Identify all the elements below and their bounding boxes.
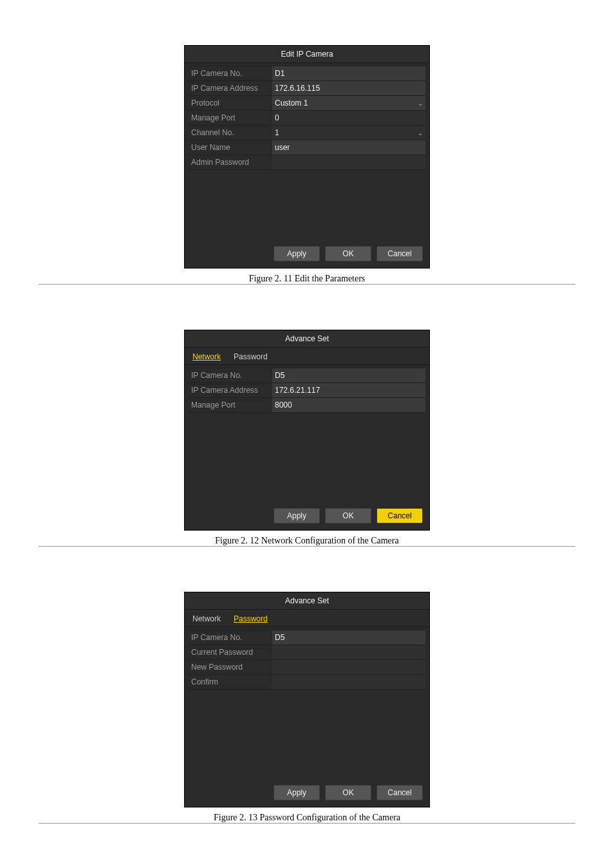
advance-set-password-dialog: Advance Set Network Password IP Camera N… — [184, 592, 430, 807]
edit-ip-camera-dialog: Edit IP Camera IP Camera No. D1 IP Camer… — [184, 45, 430, 269]
label: IP Camera Address — [189, 383, 272, 397]
form-area: IP Camera No. D1 IP Camera Address 172.6… — [185, 63, 429, 170]
tab-bar: Network Password — [185, 348, 429, 365]
tab-bar: Network Password — [185, 610, 429, 627]
protocol-value: Custom 1 — [275, 99, 308, 108]
figure-2-13: Advance Set Network Password IP Camera N… — [39, 592, 575, 824]
separator — [39, 284, 575, 285]
row-manage-port: Manage Port 8000 — [189, 397, 425, 413]
channel-no-select[interactable]: 1 ⌄ — [272, 126, 425, 140]
ip-camera-address-input[interactable]: 172.6.21.117 — [272, 383, 425, 397]
dialog-title: Edit IP Camera — [185, 46, 429, 63]
row-user-name: User Name user — [189, 140, 425, 155]
row-ip-camera-no: IP Camera No. D5 — [189, 368, 425, 382]
cancel-button[interactable]: Cancel — [377, 246, 423, 261]
row-manage-port: Manage Port 0 — [189, 110, 425, 125]
cancel-button[interactable]: Cancel — [377, 508, 423, 524]
label: Confirm — [189, 675, 272, 689]
row-ip-camera-no: IP Camera No. D1 — [189, 66, 425, 80]
figure-2-12: Advance Set Network Password IP Camera N… — [39, 330, 575, 547]
apply-button[interactable]: Apply — [274, 246, 320, 261]
manage-port-input[interactable]: 0 — [272, 111, 425, 125]
form-area: IP Camera No. D5 Current Password New Pa… — [185, 627, 429, 690]
spacer — [185, 413, 429, 503]
label: IP Camera No. — [189, 630, 272, 645]
ip-camera-no-input[interactable]: D5 — [272, 368, 425, 382]
spacer — [185, 170, 429, 241]
row-ip-camera-no: IP Camera No. D5 — [189, 630, 425, 645]
chevron-down-icon: ⌄ — [418, 100, 423, 107]
label: Channel No. — [189, 126, 272, 140]
ip-camera-no-input[interactable]: D5 — [272, 630, 425, 645]
row-current-password: Current Password — [189, 645, 425, 659]
cancel-button[interactable]: Cancel — [377, 785, 423, 800]
row-admin-password: Admin Password — [189, 155, 425, 170]
ok-button[interactable]: OK — [325, 246, 371, 261]
protocol-select[interactable]: Custom 1 ⌄ — [272, 96, 425, 110]
figure-caption: Figure 2. 11 Edit the Parameters — [39, 274, 575, 284]
apply-button[interactable]: Apply — [274, 508, 320, 524]
row-ip-camera-address: IP Camera Address 172.6.21.117 — [189, 382, 425, 397]
channel-no-value: 1 — [275, 128, 279, 137]
advance-set-network-dialog: Advance Set Network Password IP Camera N… — [184, 330, 430, 531]
row-new-password: New Password — [189, 659, 425, 674]
button-bar: Apply OK Cancel — [185, 780, 429, 807]
form-area: IP Camera No. D5 IP Camera Address 172.6… — [185, 365, 429, 413]
label: New Password — [189, 660, 272, 674]
user-name-input[interactable]: user — [272, 140, 425, 155]
row-protocol: Protocol Custom 1 ⌄ — [189, 95, 425, 110]
spacer — [185, 690, 429, 780]
dialog-title: Advance Set — [185, 592, 429, 610]
tab-network[interactable]: Network — [187, 611, 228, 627]
label: Manage Port — [189, 398, 272, 412]
manage-port-input[interactable]: 8000 — [272, 398, 425, 412]
ok-button[interactable]: OK — [325, 508, 371, 524]
label: IP Camera No. — [189, 66, 272, 80]
tab-password[interactable]: Password — [228, 349, 275, 364]
figure-caption: Figure 2. 13 Password Configuration of t… — [39, 813, 575, 823]
ok-button[interactable]: OK — [325, 785, 371, 800]
label: User Name — [189, 140, 272, 155]
figure-2-11: Edit IP Camera IP Camera No. D1 IP Camer… — [39, 45, 575, 285]
label: Manage Port — [189, 111, 272, 125]
label: Current Password — [189, 645, 272, 659]
current-password-input[interactable] — [272, 645, 425, 659]
row-channel-no: Channel No. 1 ⌄ — [189, 125, 425, 140]
tab-password[interactable]: Password — [228, 611, 275, 627]
row-confirm: Confirm — [189, 674, 425, 690]
separator — [39, 546, 575, 547]
apply-button[interactable]: Apply — [274, 785, 320, 800]
separator — [39, 823, 575, 824]
chevron-down-icon: ⌄ — [418, 129, 423, 137]
ip-camera-address-input[interactable]: 172.6.16.115 — [272, 81, 425, 95]
button-bar: Apply OK Cancel — [185, 241, 429, 268]
row-ip-camera-address: IP Camera Address 172.6.16.115 — [189, 80, 425, 95]
confirm-password-input[interactable] — [272, 675, 425, 689]
label: Protocol — [189, 96, 272, 110]
label: IP Camera Address — [189, 81, 272, 95]
dialog-title: Advance Set — [185, 330, 429, 348]
label: Admin Password — [189, 155, 272, 169]
ip-camera-no-input[interactable]: D1 — [272, 66, 425, 80]
label: IP Camera No. — [189, 368, 272, 382]
admin-password-input[interactable] — [272, 155, 425, 169]
button-bar: Apply OK Cancel — [185, 503, 429, 530]
tab-network[interactable]: Network — [187, 349, 228, 364]
new-password-input[interactable] — [272, 660, 425, 674]
figure-caption: Figure 2. 12 Network Configuration of th… — [39, 536, 575, 546]
